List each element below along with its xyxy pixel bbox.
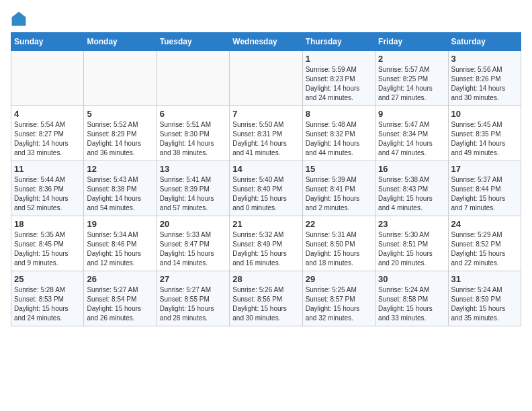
logo-icon <box>11 11 27 27</box>
day-number: 16 <box>378 164 445 174</box>
day-info: Sunrise: 5:59 AM Sunset: 8:23 PM Dayligh… <box>306 65 372 103</box>
header <box>11 11 521 27</box>
day-number: 13 <box>160 164 226 174</box>
day-number: 26 <box>87 274 153 284</box>
calendar-cell: 18Sunrise: 5:35 AM Sunset: 8:45 PM Dayli… <box>11 216 84 271</box>
day-info: Sunrise: 5:25 AM Sunset: 8:57 PM Dayligh… <box>306 285 372 323</box>
day-number: 3 <box>451 54 518 64</box>
day-info: Sunrise: 5:56 AM Sunset: 8:26 PM Dayligh… <box>451 65 518 103</box>
day-info: Sunrise: 5:26 AM Sunset: 8:56 PM Dayligh… <box>232 285 299 323</box>
day-info: Sunrise: 5:48 AM Sunset: 8:32 PM Dayligh… <box>306 120 372 158</box>
calendar-cell: 13Sunrise: 5:41 AM Sunset: 8:39 PM Dayli… <box>157 161 229 216</box>
calendar-cell: 23Sunrise: 5:30 AM Sunset: 8:51 PM Dayli… <box>375 216 448 271</box>
calendar-cell: 24Sunrise: 5:29 AM Sunset: 8:52 PM Dayli… <box>448 216 521 271</box>
calendar-cell: 29Sunrise: 5:25 AM Sunset: 8:57 PM Dayli… <box>302 271 375 326</box>
calendar-cell: 27Sunrise: 5:27 AM Sunset: 8:55 PM Dayli… <box>157 271 229 326</box>
day-number: 1 <box>306 54 372 64</box>
calendar-cell: 25Sunrise: 5:28 AM Sunset: 8:53 PM Dayli… <box>11 271 84 326</box>
day-number: 21 <box>232 219 299 229</box>
day-number: 9 <box>378 109 445 119</box>
day-number: 20 <box>160 219 226 229</box>
day-info: Sunrise: 5:27 AM Sunset: 8:54 PM Dayligh… <box>87 285 153 323</box>
day-number: 12 <box>87 164 153 174</box>
day-info: Sunrise: 5:28 AM Sunset: 8:53 PM Dayligh… <box>14 285 81 323</box>
day-info: Sunrise: 5:24 AM Sunset: 8:58 PM Dayligh… <box>378 285 445 323</box>
day-info: Sunrise: 5:34 AM Sunset: 8:46 PM Dayligh… <box>87 230 153 268</box>
calendar-cell <box>230 51 302 106</box>
day-info: Sunrise: 5:41 AM Sunset: 8:39 PM Dayligh… <box>160 175 226 213</box>
day-number: 30 <box>378 274 445 284</box>
day-number: 18 <box>14 219 81 229</box>
day-number: 24 <box>451 219 518 229</box>
calendar-cell: 5Sunrise: 5:52 AM Sunset: 8:29 PM Daylig… <box>84 106 157 161</box>
calendar-cell: 31Sunrise: 5:24 AM Sunset: 8:59 PM Dayli… <box>448 271 521 326</box>
day-header-friday: Friday <box>375 33 448 51</box>
day-number: 5 <box>87 109 153 119</box>
day-info: Sunrise: 5:54 AM Sunset: 8:27 PM Dayligh… <box>14 120 81 158</box>
calendar-cell <box>11 51 84 106</box>
day-info: Sunrise: 5:29 AM Sunset: 8:52 PM Dayligh… <box>451 230 518 268</box>
day-number: 17 <box>451 164 518 174</box>
day-info: Sunrise: 5:33 AM Sunset: 8:47 PM Dayligh… <box>160 230 226 268</box>
day-number: 4 <box>14 109 81 119</box>
day-number: 14 <box>232 164 299 174</box>
day-info: Sunrise: 5:43 AM Sunset: 8:38 PM Dayligh… <box>87 175 153 213</box>
calendar-cell: 9Sunrise: 5:47 AM Sunset: 8:34 PM Daylig… <box>375 106 448 161</box>
day-info: Sunrise: 5:45 AM Sunset: 8:35 PM Dayligh… <box>451 120 518 158</box>
calendar-cell: 7Sunrise: 5:50 AM Sunset: 8:31 PM Daylig… <box>230 106 302 161</box>
week-row-1: 1Sunrise: 5:59 AM Sunset: 8:23 PM Daylig… <box>11 51 521 106</box>
calendar-cell: 1Sunrise: 5:59 AM Sunset: 8:23 PM Daylig… <box>302 51 375 106</box>
calendar-cell: 11Sunrise: 5:44 AM Sunset: 8:36 PM Dayli… <box>11 161 84 216</box>
day-info: Sunrise: 5:39 AM Sunset: 8:41 PM Dayligh… <box>306 175 372 213</box>
day-header-sunday: Sunday <box>11 33 84 51</box>
day-header-monday: Monday <box>84 33 157 51</box>
week-row-3: 11Sunrise: 5:44 AM Sunset: 8:36 PM Dayli… <box>11 161 521 216</box>
day-info: Sunrise: 5:51 AM Sunset: 8:30 PM Dayligh… <box>160 120 226 158</box>
week-row-4: 18Sunrise: 5:35 AM Sunset: 8:45 PM Dayli… <box>11 216 521 271</box>
day-info: Sunrise: 5:27 AM Sunset: 8:55 PM Dayligh… <box>160 285 226 323</box>
day-info: Sunrise: 5:57 AM Sunset: 8:25 PM Dayligh… <box>378 65 445 103</box>
day-info: Sunrise: 5:47 AM Sunset: 8:34 PM Dayligh… <box>378 120 445 158</box>
day-header-tuesday: Tuesday <box>157 33 229 51</box>
day-info: Sunrise: 5:44 AM Sunset: 8:36 PM Dayligh… <box>14 175 81 213</box>
day-info: Sunrise: 5:24 AM Sunset: 8:59 PM Dayligh… <box>451 285 518 323</box>
day-header-wednesday: Wednesday <box>230 33 302 51</box>
calendar-cell: 19Sunrise: 5:34 AM Sunset: 8:46 PM Dayli… <box>84 216 157 271</box>
calendar-cell: 21Sunrise: 5:32 AM Sunset: 8:49 PM Dayli… <box>230 216 302 271</box>
logo <box>11 11 30 27</box>
calendar-cell: 15Sunrise: 5:39 AM Sunset: 8:41 PM Dayli… <box>302 161 375 216</box>
calendar-cell: 4Sunrise: 5:54 AM Sunset: 8:27 PM Daylig… <box>11 106 84 161</box>
calendar-cell: 17Sunrise: 5:37 AM Sunset: 8:44 PM Dayli… <box>448 161 521 216</box>
calendar-cell: 14Sunrise: 5:40 AM Sunset: 8:40 PM Dayli… <box>230 161 302 216</box>
day-info: Sunrise: 5:40 AM Sunset: 8:40 PM Dayligh… <box>232 175 299 213</box>
day-number: 10 <box>451 109 518 119</box>
day-info: Sunrise: 5:32 AM Sunset: 8:49 PM Dayligh… <box>232 230 299 268</box>
calendar-cell <box>84 51 157 106</box>
day-number: 23 <box>378 219 445 229</box>
day-number: 25 <box>14 274 81 284</box>
day-number: 22 <box>306 219 372 229</box>
calendar-cell: 6Sunrise: 5:51 AM Sunset: 8:30 PM Daylig… <box>157 106 229 161</box>
calendar-cell: 20Sunrise: 5:33 AM Sunset: 8:47 PM Dayli… <box>157 216 229 271</box>
day-header-saturday: Saturday <box>448 33 521 51</box>
day-number: 7 <box>232 109 299 119</box>
day-info: Sunrise: 5:50 AM Sunset: 8:31 PM Dayligh… <box>232 120 299 158</box>
day-info: Sunrise: 5:38 AM Sunset: 8:43 PM Dayligh… <box>378 175 445 213</box>
day-header-thursday: Thursday <box>302 33 375 51</box>
calendar-cell: 22Sunrise: 5:31 AM Sunset: 8:50 PM Dayli… <box>302 216 375 271</box>
calendar-header-row: SundayMondayTuesdayWednesdayThursdayFrid… <box>11 33 521 51</box>
day-info: Sunrise: 5:35 AM Sunset: 8:45 PM Dayligh… <box>14 230 81 268</box>
calendar-cell: 3Sunrise: 5:56 AM Sunset: 8:26 PM Daylig… <box>448 51 521 106</box>
day-info: Sunrise: 5:30 AM Sunset: 8:51 PM Dayligh… <box>378 230 445 268</box>
day-number: 31 <box>451 274 518 284</box>
day-number: 27 <box>160 274 226 284</box>
day-info: Sunrise: 5:37 AM Sunset: 8:44 PM Dayligh… <box>451 175 518 213</box>
day-info: Sunrise: 5:52 AM Sunset: 8:29 PM Dayligh… <box>87 120 153 158</box>
day-number: 19 <box>87 219 153 229</box>
day-number: 2 <box>378 54 445 64</box>
calendar-cell: 8Sunrise: 5:48 AM Sunset: 8:32 PM Daylig… <box>302 106 375 161</box>
day-info: Sunrise: 5:31 AM Sunset: 8:50 PM Dayligh… <box>306 230 372 268</box>
day-number: 6 <box>160 109 226 119</box>
day-number: 8 <box>306 109 372 119</box>
calendar-cell: 28Sunrise: 5:26 AM Sunset: 8:56 PM Dayli… <box>230 271 302 326</box>
